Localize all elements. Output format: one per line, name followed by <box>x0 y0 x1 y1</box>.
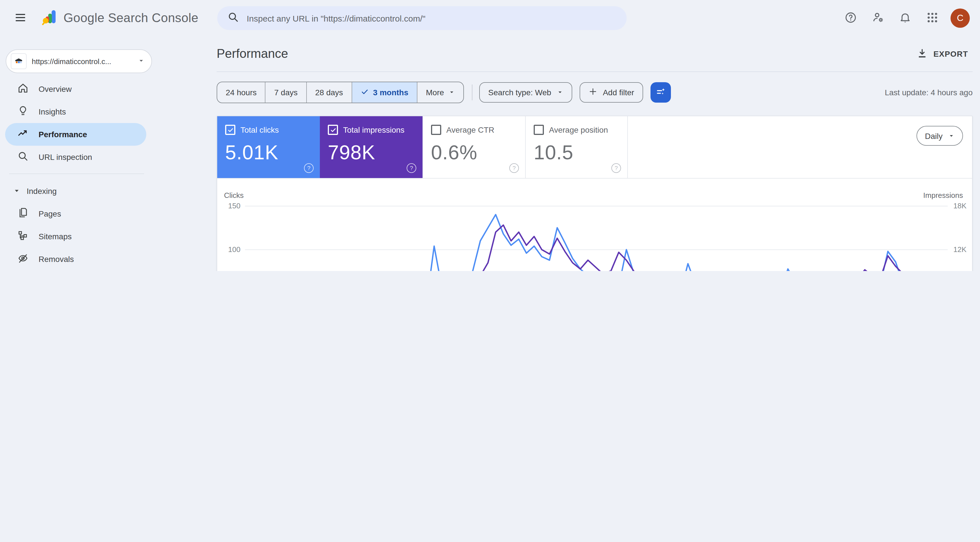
check-icon <box>361 87 369 97</box>
sidebar-item-label: Overview <box>38 84 72 94</box>
checkbox-unchecked-icon[interactable] <box>534 125 544 135</box>
export-button[interactable]: EXPORT <box>912 44 973 64</box>
bell-icon <box>899 11 912 25</box>
vertical-divider <box>472 84 473 100</box>
axis-tick: 12K <box>953 245 966 254</box>
help-button[interactable] <box>839 7 862 30</box>
range-label: 24 hours <box>226 88 257 97</box>
metric-header: Average position <box>534 125 619 135</box>
sidebar-item-removals[interactable]: Removals <box>5 248 146 270</box>
property-selector[interactable]: https://dimaticcontrol.c... <box>6 49 152 73</box>
date-range-group: 24 hours 7 days 28 days 3 months More <box>216 82 464 103</box>
sidebar-item-label: Performance <box>38 130 87 139</box>
sidebar-item-performance[interactable]: Performance <box>5 123 146 146</box>
main-content: Performance EXPORT 24 hours 7 days 28 da… <box>216 36 973 271</box>
axis-tick: 18K <box>953 202 966 210</box>
last-update-text: Last update: 4 hours ago <box>885 88 973 97</box>
metric-label: Total clicks <box>240 125 279 134</box>
google-apps-button[interactable] <box>921 7 944 30</box>
range-label: 3 months <box>373 88 408 97</box>
filter-sparkle-icon <box>655 86 667 99</box>
app-root: Google Search Console <box>0 0 980 271</box>
range-more[interactable]: More <box>417 82 463 103</box>
smart-filter-button[interactable] <box>651 82 671 103</box>
metric-header: Average CTR <box>431 125 517 135</box>
help-icon[interactable]: ? <box>509 163 519 173</box>
range-label: More <box>426 88 444 97</box>
sidebar-item-label: URL inspection <box>38 153 92 162</box>
metric-header: Total impressions <box>328 125 415 135</box>
sidebar-item-pages[interactable]: Pages <box>5 202 146 225</box>
range-28-days[interactable]: 28 days <box>307 82 352 103</box>
lightbulb-icon <box>17 105 29 119</box>
user-settings-icon <box>872 11 885 25</box>
menu-button[interactable] <box>8 6 33 30</box>
metric-label: Average position <box>549 125 608 134</box>
sidebar-item-sitemaps[interactable]: Sitemaps <box>5 225 146 248</box>
magnifier-icon <box>17 150 29 164</box>
sidebar-item-url-inspection[interactable]: URL inspection <box>5 146 146 168</box>
chart-plot <box>245 206 948 271</box>
manage-users-button[interactable] <box>867 7 889 30</box>
brand: Google Search Console <box>41 8 199 28</box>
sidebar-item-overview[interactable]: Overview <box>5 78 146 100</box>
brand-title: Google Search Console <box>64 11 199 25</box>
checkbox-checked-icon[interactable] <box>328 125 338 135</box>
metric-card-average-ctr[interactable]: Average CTR 0.6% ? <box>423 116 525 178</box>
page-header: Performance EXPORT <box>216 36 973 72</box>
range-7-days[interactable]: 7 days <box>266 82 307 103</box>
help-icon[interactable]: ? <box>407 163 416 173</box>
left-axis-ticks: 150 100 50 0 <box>217 206 240 271</box>
eye-off-icon <box>17 252 29 266</box>
right-axis-ticks: 18K 12K 6K 0 <box>948 206 972 271</box>
checkbox-unchecked-icon[interactable] <box>431 125 441 135</box>
metric-card-total-clicks[interactable]: Total clicks 5.01K ? <box>217 116 320 178</box>
property-url: https://dimaticcontrol.c... <box>32 57 138 65</box>
metric-card-total-impressions[interactable]: Total impressions 798K ? <box>320 116 423 178</box>
caret-down-icon <box>557 88 563 97</box>
url-inspection-searchbar[interactable] <box>217 6 627 30</box>
granularity-label: Daily <box>925 131 943 140</box>
account-avatar[interactable]: C <box>950 8 970 28</box>
sidebar-item-label: Pages <box>38 209 61 218</box>
metric-row: Total clicks 5.01K ? Total impressions 7… <box>217 116 972 179</box>
sidebar-section-indexing[interactable]: Indexing <box>0 180 153 202</box>
metric-value: 5.01K <box>225 141 312 164</box>
sidebar-item-insights[interactable]: Insights <box>5 100 146 123</box>
sidebar-item-label: Insights <box>38 107 66 116</box>
performance-panel: Total clicks 5.01K ? Total impressions 7… <box>216 116 973 271</box>
caret-down-icon <box>449 88 455 97</box>
search-type-button[interactable]: Search type: Web <box>479 82 572 103</box>
chart: Clicks Impressions 150 100 50 0 18K 12K … <box>217 179 972 271</box>
range-24-hours[interactable]: 24 hours <box>217 82 266 103</box>
property-favicon <box>11 53 27 69</box>
search-console-logo-icon <box>41 8 58 28</box>
export-label: EXPORT <box>934 49 968 59</box>
chevron-down-icon <box>138 56 145 66</box>
range-3-months[interactable]: 3 months <box>352 82 417 103</box>
help-icon <box>845 11 857 25</box>
page-title: Performance <box>216 46 288 61</box>
topbar: Google Search Console <box>0 0 980 36</box>
sidebar-item-label: Sitemaps <box>38 232 72 241</box>
metric-card-average-position[interactable]: Average position 10.5 ? <box>525 116 628 178</box>
notifications-button[interactable] <box>894 7 916 30</box>
home-icon <box>17 82 29 96</box>
sidebar-divider <box>9 173 144 174</box>
help-icon[interactable]: ? <box>611 163 621 173</box>
help-icon[interactable]: ? <box>304 163 313 173</box>
topbar-actions: C <box>839 0 974 36</box>
metric-value: 10.5 <box>534 141 619 164</box>
search-type-label: Search type: Web <box>488 88 551 97</box>
checkbox-checked-icon[interactable] <box>225 125 235 135</box>
metric-label: Average CTR <box>446 125 494 134</box>
granularity-dropdown[interactable]: Daily <box>916 126 963 146</box>
right-axis-title: Impressions <box>923 191 963 200</box>
add-filter-button[interactable]: Add filter <box>580 82 643 103</box>
metric-value: 0.6% <box>431 141 517 164</box>
metric-header: Total clicks <box>225 125 312 135</box>
url-inspection-input[interactable] <box>245 13 616 24</box>
metric-label: Total impressions <box>343 125 404 134</box>
range-label: 7 days <box>274 88 298 97</box>
hamburger-icon <box>14 11 27 25</box>
